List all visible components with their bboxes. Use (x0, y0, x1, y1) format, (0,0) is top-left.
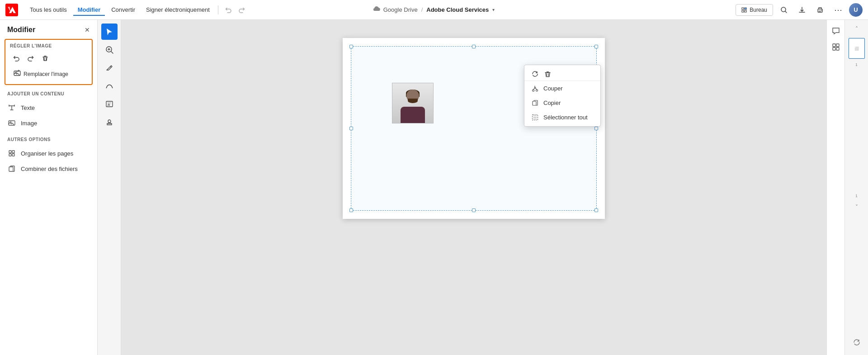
add-text-label: Texte (21, 104, 35, 111)
print-button[interactable] (813, 3, 827, 17)
handle-top-right[interactable] (594, 45, 598, 48)
close-panel-button[interactable]: ✕ (83, 25, 92, 34)
curve-tool[interactable] (101, 78, 118, 94)
svg-point-2 (821, 9, 822, 10)
ctx-select-all-label: Sélectionner tout (543, 114, 588, 121)
thumb-scroll-up[interactable]: ˄ (851, 24, 862, 34)
search-button[interactable] (777, 3, 791, 17)
total-pages: 1 (855, 194, 858, 198)
handle-bot-right[interactable] (594, 208, 598, 212)
nav-signer[interactable]: Signer électroniquement (142, 4, 214, 16)
refresh-icon[interactable] (853, 339, 860, 348)
image-undo-button[interactable] (10, 52, 23, 65)
text-icon (7, 103, 16, 112)
svg-rect-23 (836, 47, 839, 50)
ctx-copier-item[interactable]: Copier (524, 95, 600, 110)
svg-text:A: A (108, 103, 110, 107)
nav-tous-les-outils[interactable]: Tous les outils (25, 4, 71, 16)
ctx-refresh-button[interactable] (531, 70, 539, 78)
redo-button[interactable] (236, 4, 248, 16)
handle-top-left[interactable] (349, 45, 353, 48)
ctx-selectionner-tout-item[interactable]: Sélectionner tout (524, 110, 600, 124)
bureau-label: Bureau (750, 7, 767, 13)
select-tool[interactable] (101, 24, 118, 40)
selection-box[interactable]: Couper Copier Sélectionner (351, 46, 597, 211)
more-options-button[interactable]: ⋯ (831, 3, 845, 17)
top-nav: Tous les outils Modifier Convertir Signe… (25, 4, 214, 16)
avatar[interactable]: U (849, 3, 863, 17)
canvas-area: Couper Copier Sélectionner (121, 20, 826, 355)
person-beard (408, 99, 418, 103)
context-menu: Couper Copier Sélectionner (524, 65, 601, 127)
topbar: Tous les outils Modifier Convertir Signe… (0, 0, 868, 20)
grid-view-button[interactable] (829, 40, 843, 54)
download-button[interactable] (795, 3, 809, 17)
ctx-delete-button[interactable] (543, 70, 552, 78)
regler-image-label: RÉGLER L'IMAGE (10, 43, 87, 48)
replace-image-button[interactable]: Remplacer l'image (10, 67, 87, 80)
svg-rect-7 (9, 151, 11, 153)
text-edit-tool[interactable]: A (101, 96, 118, 112)
ctx-copier-icon (531, 99, 539, 107)
thumb-scroll-down[interactable]: ˅ (851, 202, 862, 213)
page-thumbnail-1[interactable]: ⬜ (849, 38, 865, 59)
ctx-couper-icon (531, 84, 539, 92)
replace-image-label: Remplacer l'image (24, 71, 68, 77)
ctx-couper-item[interactable]: Couper (524, 81, 600, 95)
autres-label: AUTRES OPTIONS (0, 137, 97, 142)
add-image-label: Image (21, 120, 37, 127)
handle-bot-left[interactable] (349, 208, 353, 212)
service-dropdown-arrow[interactable]: ▾ (492, 7, 495, 12)
left-toolbar: A (98, 20, 121, 355)
svg-rect-22 (833, 47, 835, 50)
left-panel: Modifier ✕ RÉGLER L'IMAGE R (0, 20, 98, 355)
nav-divider (218, 5, 218, 14)
svg-rect-21 (836, 44, 839, 47)
svg-rect-18 (533, 101, 536, 105)
organiser-item[interactable]: Organiser les pages (0, 146, 97, 161)
panel-title: Modifier (7, 26, 35, 34)
ctx-select-all-icon (531, 113, 539, 121)
svg-rect-8 (12, 151, 14, 153)
google-drive-label: Google Drive (383, 6, 418, 13)
panel-header: Modifier ✕ (0, 25, 97, 39)
page-thumbnails-panel: ˄ ⬜ 1 1 ˅ (844, 20, 868, 355)
svg-point-15 (108, 120, 111, 123)
draw-tool[interactable] (101, 60, 118, 76)
handle-mid-right[interactable] (594, 127, 598, 130)
svg-rect-20 (833, 44, 835, 47)
right-panel (826, 20, 844, 355)
zoom-in-tool[interactable] (101, 42, 118, 58)
handle-mid-left[interactable] (349, 127, 353, 130)
ctx-header (524, 67, 600, 81)
image-delete-button[interactable] (39, 52, 52, 65)
handle-top-mid[interactable] (472, 45, 476, 48)
svg-rect-11 (9, 167, 13, 171)
bureau-button[interactable]: Bureau (736, 4, 773, 16)
comments-button[interactable] (829, 24, 843, 38)
page-number-1: 1 (855, 62, 858, 67)
cloud-icon (373, 6, 381, 13)
nav-modifier[interactable]: Modifier (73, 4, 105, 16)
combiner-item[interactable]: Combiner des fichiers (0, 161, 97, 176)
svg-point-17 (536, 90, 538, 91)
nav-convertir[interactable]: Convertir (107, 4, 140, 16)
undo-button[interactable] (222, 4, 235, 16)
svg-rect-9 (9, 154, 11, 156)
image-redo-button[interactable] (24, 52, 37, 65)
adobe-cloud-label: Adobe Cloud Services (426, 6, 489, 13)
svg-rect-10 (12, 154, 14, 156)
add-image-item[interactable]: Image (0, 115, 97, 131)
replace-image-icon (14, 70, 21, 78)
pdf-page: Couper Copier Sélectionner (343, 38, 605, 219)
image-icon (7, 118, 16, 128)
handle-bot-mid[interactable] (472, 208, 476, 212)
adobe-logo (5, 4, 18, 16)
stamp-tool[interactable] (101, 114, 118, 130)
organiser-label: Organiser les pages (21, 150, 73, 157)
add-text-item[interactable]: Texte (0, 100, 97, 115)
main-area: Modifier ✕ RÉGLER L'IMAGE R (0, 20, 868, 355)
organiser-icon (7, 149, 16, 158)
svg-point-16 (532, 90, 534, 91)
combiner-icon (7, 164, 16, 173)
